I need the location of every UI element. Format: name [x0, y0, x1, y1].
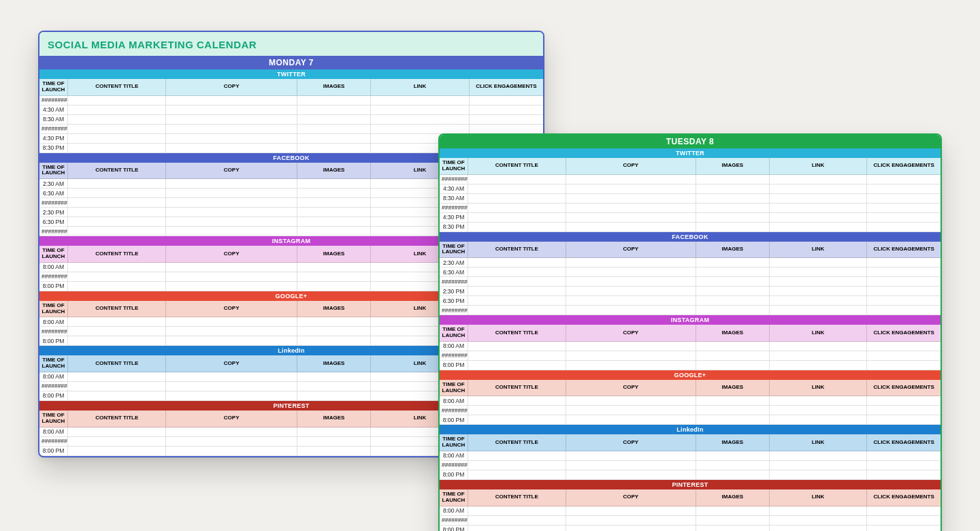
data-cell[interactable]	[696, 396, 770, 406]
data-cell[interactable]	[470, 96, 543, 106]
time-cell[interactable]: 8:00 PM	[440, 526, 468, 531]
data-cell[interactable]	[468, 415, 566, 425]
data-cell[interactable]	[867, 277, 941, 287]
data-cell[interactable]	[867, 516, 941, 526]
time-cell[interactable]: 8:00 PM	[39, 391, 68, 401]
data-cell[interactable]	[297, 115, 371, 125]
data-cell[interactable]	[468, 204, 566, 213]
data-cell[interactable]	[770, 526, 868, 531]
data-cell[interactable]	[566, 175, 696, 184]
time-cell[interactable]: 2:30 PM	[440, 287, 468, 296]
data-cell[interactable]	[566, 461, 696, 470]
time-cell[interactable]: 6:30 AM	[39, 189, 68, 198]
data-cell[interactable]	[867, 194, 941, 204]
data-cell[interactable]	[297, 447, 371, 456]
data-cell[interactable]	[696, 361, 770, 370]
time-cell[interactable]: 8:30 AM	[440, 194, 468, 204]
time-cell[interactable]: 2:30 AM	[39, 179, 68, 189]
data-cell[interactable]	[696, 451, 770, 461]
data-cell[interactable]	[566, 268, 696, 277]
data-cell[interactable]	[867, 351, 941, 361]
time-cell[interactable]: ########	[440, 351, 468, 361]
data-cell[interactable]	[166, 382, 297, 391]
data-cell[interactable]	[770, 296, 868, 306]
data-cell[interactable]	[770, 415, 868, 425]
data-cell[interactable]	[867, 268, 941, 277]
data-cell[interactable]	[770, 306, 868, 315]
data-cell[interactable]	[68, 317, 166, 327]
data-cell[interactable]	[696, 184, 770, 194]
data-cell[interactable]	[867, 223, 941, 232]
data-cell[interactable]	[696, 306, 770, 315]
data-cell[interactable]	[166, 208, 297, 217]
data-cell[interactable]	[867, 406, 941, 415]
data-cell[interactable]	[468, 361, 566, 370]
data-cell[interactable]	[566, 351, 696, 361]
data-cell[interactable]	[297, 96, 371, 106]
data-cell[interactable]	[297, 125, 371, 134]
data-cell[interactable]	[470, 106, 543, 115]
data-cell[interactable]	[371, 106, 469, 115]
data-cell[interactable]	[68, 382, 166, 391]
time-cell[interactable]: 8:00 PM	[440, 470, 468, 480]
data-cell[interactable]	[468, 351, 566, 361]
data-cell[interactable]	[770, 342, 868, 351]
data-cell[interactable]	[696, 277, 770, 287]
data-cell[interactable]	[297, 382, 371, 391]
data-cell[interactable]	[166, 134, 297, 144]
data-cell[interactable]	[770, 406, 868, 415]
data-cell[interactable]	[297, 263, 371, 272]
data-cell[interactable]	[867, 470, 941, 480]
data-cell[interactable]	[696, 506, 770, 516]
data-cell[interactable]	[867, 415, 941, 425]
data-cell[interactable]	[696, 342, 770, 351]
time-cell[interactable]: 8:00 PM	[440, 361, 468, 370]
data-cell[interactable]	[770, 470, 868, 480]
time-cell[interactable]: ########	[440, 516, 468, 526]
data-cell[interactable]	[770, 213, 868, 223]
data-cell[interactable]	[867, 184, 941, 194]
data-cell[interactable]	[696, 351, 770, 361]
time-cell[interactable]: ########	[39, 437, 68, 447]
time-cell[interactable]: ########	[440, 204, 468, 213]
data-cell[interactable]	[867, 361, 941, 370]
time-cell[interactable]: 8:00 PM	[39, 447, 68, 456]
data-cell[interactable]	[696, 268, 770, 277]
data-cell[interactable]	[867, 213, 941, 223]
data-cell[interactable]	[566, 184, 696, 194]
data-cell[interactable]	[468, 516, 566, 526]
data-cell[interactable]	[696, 213, 770, 223]
data-cell[interactable]	[68, 106, 166, 115]
data-cell[interactable]	[468, 194, 566, 204]
time-cell[interactable]: 4:30 PM	[440, 213, 468, 223]
data-cell[interactable]	[68, 428, 166, 437]
time-cell[interactable]: ########	[39, 198, 68, 208]
data-cell[interactable]	[68, 391, 166, 401]
data-cell[interactable]	[566, 296, 696, 306]
data-cell[interactable]	[867, 342, 941, 351]
data-cell[interactable]	[468, 526, 566, 531]
data-cell[interactable]	[770, 175, 868, 184]
data-cell[interactable]	[468, 175, 566, 184]
data-cell[interactable]	[166, 179, 297, 189]
data-cell[interactable]	[68, 227, 166, 236]
data-cell[interactable]	[566, 396, 696, 406]
data-cell[interactable]	[68, 327, 166, 336]
data-cell[interactable]	[297, 437, 371, 447]
time-cell[interactable]: 8:30 PM	[440, 223, 468, 232]
data-cell[interactable]	[297, 391, 371, 401]
data-cell[interactable]	[68, 272, 166, 282]
data-cell[interactable]	[696, 516, 770, 526]
data-cell[interactable]	[166, 327, 297, 336]
time-cell[interactable]: 8:00 PM	[39, 282, 68, 291]
data-cell[interactable]	[770, 277, 868, 287]
data-cell[interactable]	[566, 451, 696, 461]
data-cell[interactable]	[566, 204, 696, 213]
data-cell[interactable]	[297, 144, 371, 153]
data-cell[interactable]	[696, 526, 770, 531]
time-cell[interactable]: ########	[440, 461, 468, 470]
data-cell[interactable]	[166, 391, 297, 401]
data-cell[interactable]	[297, 134, 371, 144]
data-cell[interactable]	[166, 282, 297, 291]
time-cell[interactable]: 6:30 PM	[39, 217, 68, 227]
